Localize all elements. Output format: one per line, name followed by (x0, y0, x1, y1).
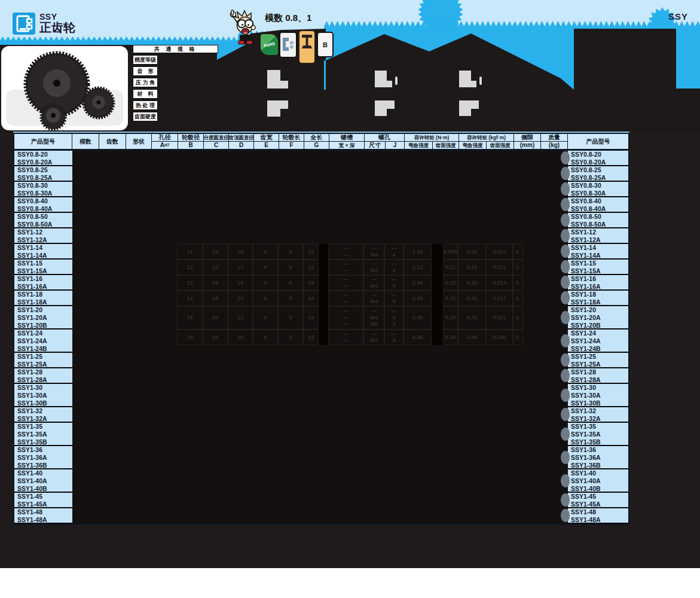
faint-data-cell: 6 (253, 291, 278, 306)
faint-data-cell: 20 (203, 306, 228, 329)
product-model: SSY1-15A (14, 267, 72, 275)
product-model: SSY1-24 (14, 329, 72, 337)
faint-data-cell: — — (328, 291, 363, 306)
faint-data-cell: 0.11 (443, 260, 458, 275)
product-group: SSY0.8-30SSY0.8-30A (14, 182, 72, 197)
faint-data-cell: 16 (228, 244, 253, 260)
blackout-blob (319, 260, 328, 275)
product-model: SSY1-36B (568, 462, 628, 469)
col-pitch-dia: 分度圆直径 (204, 134, 228, 141)
col-bore: 孔径 (152, 134, 178, 141)
faint-data-cell: 18 (203, 291, 228, 306)
faint-data-cell: 6 (253, 306, 278, 329)
table-header: 产品型号 模数 齿数 形状 孔径 轮毂径 分度圆直径 齿顶圆直径 齿宽 轮毂长 … (13, 133, 629, 150)
product-column-right: SSY0.8-20SSY0.8-20ASSY0.8-25SSY0.8-25ASS… (567, 151, 628, 524)
gear-thumbnail (561, 276, 570, 289)
faint-data-cell: 0.011 (486, 260, 513, 275)
product-model: SSY0.8-50A (568, 221, 628, 228)
product-model: SSY1-28A (14, 376, 72, 384)
product-model: SSY1-14 (14, 244, 72, 252)
faint-data-cell: 6 (253, 275, 278, 291)
series-code: SSY (39, 13, 75, 21)
product-model: SSY1-30 (568, 384, 628, 392)
product-model: SSY1-24B (568, 345, 628, 353)
product-group: SSY1-45SSY1-45A (567, 493, 628, 508)
product-model: SSY0.8-25A (14, 174, 72, 182)
spec-label: 精度等级 (133, 55, 158, 65)
product-model: SSY1-20B (568, 322, 628, 329)
common-spec-table: 共 通 规 格 精度等级齿 形压 力 角材 料热 处 理齿面硬度 (133, 45, 238, 121)
spec-label: 齿 形 (133, 66, 158, 76)
faint-data-cell: — M4 (363, 244, 384, 260)
product-model: SSY0.8-20A (568, 158, 628, 166)
faint-data-cell: 13 (177, 275, 203, 291)
table-body: SSY0.8-20SSY0.8-20ASSY0.8-25SSY0.8-25ASS… (13, 150, 629, 525)
product-model: SSY0.8-25 (14, 166, 72, 174)
faint-data-cell: 0.013 (486, 275, 513, 291)
header-decoration (0, 0, 700, 133)
product-group: SSY1-48SSY1-48A (14, 508, 72, 524)
gear-thumbnail (561, 182, 570, 196)
faint-data-cell: — — — (328, 306, 363, 329)
product-group: SSY0.8-20SSY0.8-20A (14, 151, 72, 166)
product-model: SSY1-32 (14, 407, 72, 415)
product-group: SSY0.8-40SSY0.8-40A (14, 197, 72, 213)
faint-data-cell: 0. (513, 291, 523, 306)
product-group: SSY0.8-50SSY0.8-50A (567, 213, 628, 228)
col-screw-size: 尺寸 (365, 142, 385, 149)
faint-data-cell: — — (328, 244, 363, 260)
blackout-blob (319, 329, 328, 345)
faint-data-cell: 0.021 (486, 306, 513, 329)
product-group: SSY1-25SSY1-25A (14, 353, 72, 368)
col-torque-kgfm: 容许转矩 (kgf·m) (459, 134, 513, 141)
gear-thumbnail (561, 493, 570, 507)
faint-data-cell: 6 (253, 260, 278, 275)
product-model: SSY1-35A (14, 431, 72, 438)
faint-data-cell: 24 (203, 329, 228, 345)
faint-data-cell: — M4 (363, 275, 384, 291)
module-range-label: 模数 0.8、1 (265, 13, 311, 24)
product-model: SSY1-18A (14, 298, 72, 306)
faint-data-cell: 0.095 (443, 244, 458, 260)
faint-data-cell: 4.48 (404, 329, 432, 345)
faint-data-cell: 0.23 (458, 260, 486, 275)
product-model: SSY0.8-40A (14, 205, 72, 213)
faint-data-cell: 14 (303, 275, 319, 291)
col-e: E (254, 142, 279, 149)
product-group: SSY1-32SSY1-32A (567, 407, 628, 423)
gear-thumbnail (561, 198, 570, 211)
product-model: SSY1-40 (14, 469, 72, 477)
product-group: SSY1-45SSY1-45A (14, 493, 72, 508)
col-module: 模数 (72, 134, 99, 149)
product-model: SSY1-40A (14, 477, 72, 485)
product-model: SSY1-14 (568, 244, 628, 252)
catalog-page: SSY 正齿轮 模数 0.8、1 SSY RoHS (0, 0, 700, 598)
product-group: SSY1-18SSY1-18A (14, 291, 72, 306)
product-model: SSY1-24 (568, 329, 628, 337)
blackout-blob (432, 244, 443, 260)
spur-gear-series-icon (13, 13, 35, 35)
product-group: SSY1-48SSY1-48A (567, 508, 628, 524)
product-group: SSY1-14SSY1-14A (14, 244, 72, 260)
spec-label: 齿面硬度 (133, 112, 158, 121)
gear-thumbnail (561, 260, 570, 273)
product-model: SSY0.8-25A (568, 174, 628, 182)
col-screw-j: J (386, 142, 404, 149)
product-model: SSY0.8-30A (14, 190, 72, 197)
product-group: SSY0.8-50SSY0.8-50A (14, 213, 72, 228)
common-spec-rows: 精度等级齿 形压 力 角材 料热 处 理齿面硬度 (133, 55, 238, 121)
product-model: SSY1-32A (568, 415, 628, 423)
faint-data-cell: 14 (177, 291, 203, 306)
col-keyway: 键槽 (329, 134, 364, 141)
gear-thumbnail (561, 408, 570, 421)
gear-thumbnail (561, 311, 570, 324)
product-model: SSY1-14A (568, 252, 628, 260)
blackout-blob (432, 329, 443, 345)
faint-data-cell: — M4 (363, 291, 384, 306)
product-model: SSY0.8-40 (568, 197, 628, 205)
col-backlash: 侧隙 (514, 134, 540, 141)
product-model: SSY0.8-40A (568, 205, 628, 213)
faint-data-cell: — 4 (384, 244, 404, 260)
product-group: SSY1-25SSY1-25A (567, 353, 628, 368)
product-model: SSY1-30B (568, 399, 628, 407)
